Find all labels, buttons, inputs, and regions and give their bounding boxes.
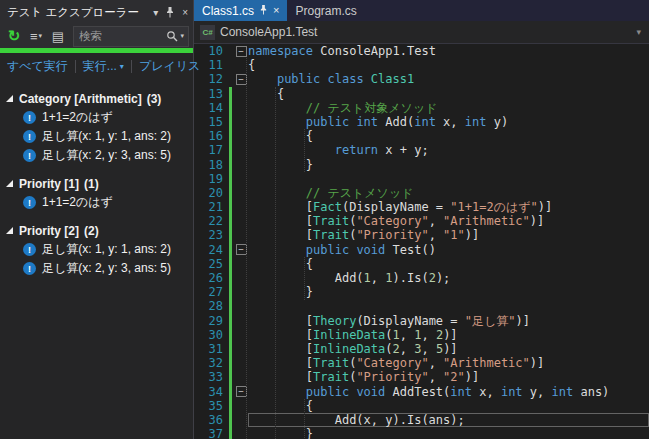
code-line[interactable]: 29 [Theory(DisplayName = "足し算")] bbox=[194, 314, 649, 328]
filter-icon[interactable]: ▤ bbox=[48, 26, 68, 46]
test-item[interactable]: !1+1=2のはず bbox=[0, 193, 193, 212]
code-text[interactable]: [Trait("Priority", "2")] bbox=[248, 370, 649, 384]
search-icon[interactable] bbox=[166, 30, 178, 42]
change-indicator bbox=[228, 58, 234, 72]
code-text[interactable]: public class Class1 bbox=[248, 72, 649, 86]
code-line[interactable]: 12− public class Class1 bbox=[194, 72, 649, 86]
expander-icon bbox=[6, 180, 13, 187]
code-text[interactable]: { bbox=[248, 399, 649, 413]
code-text[interactable]: [Trait("Category", "Arithmetic")] bbox=[248, 356, 649, 370]
code-line[interactable]: 10−namespace ConsoleApp1.Test bbox=[194, 44, 649, 58]
search-dropdown-icon[interactable]: ▾ bbox=[180, 32, 184, 40]
code-text[interactable]: { bbox=[248, 87, 649, 101]
collapse-icon[interactable]: − bbox=[236, 244, 247, 255]
code-text[interactable]: { bbox=[248, 129, 649, 143]
code-line[interactable]: 22 [Trait("Category", "Arithmetic")] bbox=[194, 214, 649, 228]
test-item[interactable]: !足し算(x: 1, y: 1, ans: 2) bbox=[0, 127, 193, 146]
test-item[interactable]: !足し算(x: 2, y: 3, ans: 5) bbox=[0, 259, 193, 278]
code-line[interactable]: 33 [Trait("Priority", "2")] bbox=[194, 370, 649, 384]
code-line[interactable]: 20 // テストメソッド bbox=[194, 186, 649, 200]
line-number: 32 bbox=[194, 356, 228, 370]
code-text[interactable]: } bbox=[248, 285, 649, 299]
test-group-header[interactable]: Priority [2](2) bbox=[0, 221, 193, 240]
code-line[interactable]: 13 { bbox=[194, 87, 649, 101]
run-link[interactable]: 実行... bbox=[83, 58, 117, 75]
code-editor[interactable]: 10−namespace ConsoleApp1.Test11{12− publ… bbox=[194, 44, 649, 439]
code-line[interactable]: 31 [InlineData(2, 3, 5)] bbox=[194, 342, 649, 356]
code-line[interactable]: 18 } bbox=[194, 158, 649, 172]
code-text[interactable]: [InlineData(1, 1, 2)] bbox=[248, 328, 649, 342]
code-text[interactable]: // テスト対象メソッド bbox=[248, 101, 649, 115]
breadcrumb-dropdown-icon[interactable]: ▾ bbox=[636, 27, 641, 37]
code-text[interactable]: Add(1, 1).Is(2); bbox=[248, 271, 649, 285]
navigation-bar[interactable]: C# ConsoleApp1.Test ▾ bbox=[194, 21, 649, 44]
code-text[interactable]: // テストメソッド bbox=[248, 186, 649, 200]
code-line[interactable]: 24− public void Test() bbox=[194, 243, 649, 257]
code-line[interactable]: 17 return x + y; bbox=[194, 143, 649, 157]
code-text[interactable]: return x + y; bbox=[248, 143, 649, 157]
code-line[interactable]: 27 } bbox=[194, 285, 649, 299]
code-line[interactable]: 14 // テスト対象メソッド bbox=[194, 101, 649, 115]
code-text[interactable] bbox=[248, 172, 649, 186]
pin-icon[interactable] bbox=[165, 7, 175, 18]
code-line[interactable]: 16 { bbox=[194, 129, 649, 143]
close-icon[interactable]: × bbox=[182, 7, 188, 18]
code-text[interactable]: [Trait("Category", "Arithmetic")] bbox=[248, 214, 649, 228]
test-group-header[interactable]: Priority [1](1) bbox=[0, 174, 193, 193]
test-item[interactable]: !1+1=2のはず bbox=[0, 108, 193, 127]
code-text[interactable]: [InlineData(2, 3, 5)] bbox=[248, 342, 649, 356]
tab-pin-icon[interactable] bbox=[259, 4, 268, 18]
code-text[interactable]: Add(x, y).Is(ans); bbox=[248, 413, 649, 427]
code-text[interactable]: [Theory(DisplayName = "足し算")] bbox=[248, 314, 649, 328]
code-line[interactable]: 30 [InlineData(1, 1, 2)] bbox=[194, 328, 649, 342]
collapse-icon[interactable]: − bbox=[236, 386, 247, 397]
collapse-icon[interactable]: − bbox=[236, 74, 247, 85]
code-text[interactable]: { bbox=[248, 58, 649, 72]
code-text[interactable] bbox=[248, 299, 649, 313]
playlist-link[interactable]: プレイリス bbox=[139, 58, 200, 75]
run-all-link[interactable]: すべて実行 bbox=[7, 58, 68, 75]
code-line[interactable]: 35 { bbox=[194, 399, 649, 413]
code-line[interactable]: 11{ bbox=[194, 58, 649, 72]
code-line[interactable]: 36 Add(x, y).Is(ans); bbox=[194, 413, 649, 427]
code-text[interactable]: [Fact(DisplayName = "1+1=2のはず")] bbox=[248, 200, 649, 214]
run-tests-icon[interactable]: ↻ bbox=[4, 26, 24, 46]
change-indicator bbox=[228, 87, 234, 101]
window-menu-icon[interactable]: ▾ bbox=[153, 7, 158, 18]
code-text[interactable]: public void AddTest(int x, int y, int an… bbox=[248, 385, 649, 399]
code-text[interactable]: public void Test() bbox=[248, 243, 649, 257]
code-line[interactable]: 23 [Trait("Priority", "1")] bbox=[194, 228, 649, 242]
indent-guide bbox=[304, 129, 305, 172]
test-group-header[interactable]: Category [Arithmetic](3) bbox=[0, 89, 193, 108]
code-text[interactable]: } bbox=[248, 158, 649, 172]
code-text[interactable]: public int Add(int x, int y) bbox=[248, 115, 649, 129]
test-item[interactable]: !足し算(x: 1, y: 1, ans: 2) bbox=[0, 240, 193, 259]
run-dropdown-icon[interactable]: ▾ bbox=[120, 62, 124, 71]
test-explorer-titlebar[interactable]: テスト エクスプローラー ▾ × bbox=[0, 0, 193, 24]
code-line[interactable]: 34− public void AddTest(int x, int y, in… bbox=[194, 385, 649, 399]
code-line[interactable]: 25 { bbox=[194, 257, 649, 271]
tab-class1[interactable]: Class1.cs × bbox=[194, 0, 287, 21]
code-text[interactable]: } bbox=[248, 427, 649, 439]
code-line[interactable]: 28 bbox=[194, 299, 649, 313]
code-line[interactable]: 32 [Trait("Category", "Arithmetic")] bbox=[194, 356, 649, 370]
code-line[interactable]: 26 Add(1, 1).Is(2); bbox=[194, 271, 649, 285]
code-line[interactable]: 21 [Fact(DisplayName = "1+1=2のはず")] bbox=[194, 200, 649, 214]
editor-area: Class1.cs × Program.cs C# ConsoleApp1.Te… bbox=[194, 0, 649, 439]
group-by-icon[interactable]: ≡▾ bbox=[26, 26, 46, 46]
code-line[interactable]: 15 public int Add(int x, int y) bbox=[194, 115, 649, 129]
code-text[interactable]: namespace ConsoleApp1.Test bbox=[248, 44, 649, 58]
collapse-icon[interactable]: − bbox=[236, 46, 247, 57]
change-indicator bbox=[228, 285, 234, 299]
code-line[interactable]: 37 } bbox=[194, 427, 649, 439]
search-input[interactable] bbox=[74, 30, 166, 42]
line-number: 37 bbox=[194, 427, 228, 439]
indent-guide bbox=[304, 257, 305, 300]
breadcrumb-text: ConsoleApp1.Test bbox=[220, 25, 317, 39]
tab-close-icon[interactable]: × bbox=[273, 5, 279, 16]
code-text[interactable]: { bbox=[248, 257, 649, 271]
code-line[interactable]: 19 bbox=[194, 172, 649, 186]
code-text[interactable]: [Trait("Priority", "1")] bbox=[248, 228, 649, 242]
tab-program[interactable]: Program.cs bbox=[287, 0, 364, 21]
test-item[interactable]: !足し算(x: 2, y: 3, ans: 5) bbox=[0, 146, 193, 165]
